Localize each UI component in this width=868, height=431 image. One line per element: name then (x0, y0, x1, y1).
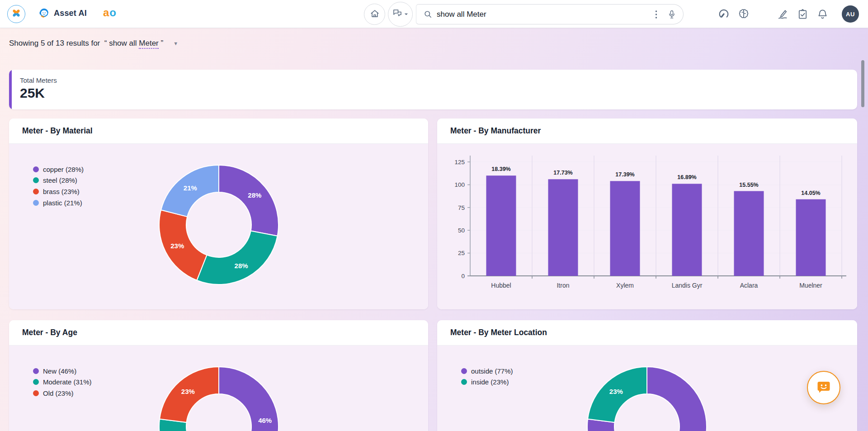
donut-chart: 77%23% (584, 363, 710, 431)
slice-label: 28% (235, 262, 248, 270)
x-category-label: Xylem (616, 282, 634, 289)
app-name: Asset AI (54, 9, 87, 18)
legend-label: brass (23%) (43, 188, 80, 195)
chart-body: copper (28%)steel (28%)brass (23%)plasti… (9, 144, 428, 309)
microphone-icon[interactable] (667, 7, 677, 22)
legend-label: Old (23%) (43, 389, 74, 397)
gauge-icon[interactable] (716, 6, 731, 22)
query-term-dropdown[interactable]: Meter (139, 39, 158, 49)
slice-label: 23% (181, 388, 195, 395)
donut-slice-steel[interactable] (197, 231, 277, 284)
legend-label: steel (28%) (43, 176, 77, 184)
legend-dot (461, 368, 467, 374)
chat-smiley-icon (816, 379, 832, 397)
bar-Hubbel[interactable] (486, 175, 516, 276)
vertical-scrollbar-thumb[interactable] (861, 60, 864, 107)
slice-label: 46% (258, 417, 272, 424)
search-input[interactable] (437, 10, 647, 19)
y-tick-label: 100 (454, 181, 465, 188)
chart-body: outside (77%)inside (23%)77%23% (437, 346, 857, 431)
x-category-label: Landis Gyr (672, 282, 703, 289)
comments-icon (392, 8, 403, 21)
legend-item-plastic[interactable]: plastic (21%) (33, 197, 84, 208)
home-button[interactable] (364, 4, 385, 25)
legend-item-steel[interactable]: steel (28%) (33, 175, 84, 186)
bar-value-label: 14.05% (801, 190, 820, 196)
x-category-label: Hubbel (491, 282, 511, 289)
home-icon (370, 9, 380, 20)
legend-item-inside[interactable]: inside (23%) (461, 377, 513, 388)
chart-legend: New (46%)Moderate (31%)Old (23%) (33, 365, 92, 399)
bar-Xylem[interactable] (610, 181, 640, 276)
bar-value-label: 17.73% (553, 170, 572, 176)
legend-item-copper[interactable]: copper (28%) (33, 164, 84, 175)
legend-item-brass[interactable]: brass (23%) (33, 186, 84, 197)
chart-legend: outside (77%)inside (23%) (461, 365, 513, 388)
slice-label: 23% (609, 388, 623, 395)
legend-label: plastic (21%) (43, 199, 82, 207)
topbar-actions: AU (716, 0, 859, 28)
clipboard-check-icon[interactable] (795, 6, 810, 22)
user-avatar[interactable]: AU (842, 5, 859, 23)
results-caret-icon[interactable]: ▼ (173, 41, 178, 46)
legend-label: inside (23%) (471, 378, 509, 386)
chart-card-material: Meter - By Material copper (28%)steel (2… (9, 118, 428, 309)
x-category-label: Muelner (799, 282, 822, 289)
chart-legend: copper (28%)steel (28%)brass (23%)plasti… (33, 164, 84, 208)
chart-title: Meter - By Material (22, 126, 93, 136)
legend-label: outside (77%) (471, 367, 513, 375)
bar-chart: 025507510012518.39%Hubbel17.73%Itron17.3… (437, 144, 857, 309)
legend-dot (33, 200, 39, 206)
legend-dot (33, 189, 39, 194)
legend-dot (33, 368, 39, 374)
bar-value-label: 18.39% (491, 166, 510, 172)
pinwheel-icon (11, 8, 21, 20)
search-bar (416, 4, 684, 24)
chart-title: Meter - By Age (22, 328, 77, 337)
chat-assistant-fab[interactable] (807, 371, 840, 404)
bar-Itron[interactable] (548, 179, 578, 276)
legend-label: Moderate (31%) (43, 378, 92, 386)
bar-Aclara[interactable] (734, 191, 764, 276)
chart-card-age: Meter - By Age New (46%)Moderate (31%)Ol… (9, 320, 428, 431)
chart-card-manufacturer: Meter - By Manufacturer 025507510012518.… (437, 118, 857, 309)
total-meters-value: 25K (20, 85, 846, 101)
legend-dot (461, 379, 467, 385)
legend-label: copper (28%) (43, 166, 84, 173)
chart-card-location: Meter - By Meter Location outside (77%)i… (437, 320, 857, 431)
brain-icon[interactable] (736, 6, 751, 22)
chart-title: Meter - By Manufacturer (450, 126, 541, 136)
legend-dot (33, 379, 39, 385)
bar-Landis Gyr[interactable] (672, 184, 702, 276)
y-tick-label: 50 (458, 227, 465, 234)
legend-item-New[interactable]: New (46%) (33, 365, 92, 377)
bar-Muelner[interactable] (796, 199, 826, 276)
legend-item-Old[interactable]: Old (23%) (33, 388, 92, 399)
x-category-label: Itron (557, 282, 569, 289)
kebab-menu-icon[interactable] (651, 7, 660, 22)
conversation-mode-button[interactable] (388, 2, 413, 27)
donut-slice-copper[interactable] (219, 165, 278, 236)
bell-icon[interactable] (815, 6, 830, 22)
y-tick-label: 75 (458, 204, 465, 211)
app-launcher-button[interactable] (7, 5, 25, 23)
ao-logo[interactable]: ao (103, 6, 117, 19)
signature-pen-icon[interactable] (775, 6, 790, 22)
donut-chart: 28%28%23%21% (156, 161, 282, 288)
search-icon (424, 10, 432, 19)
legend-label: New (46%) (43, 367, 76, 375)
y-tick-label: 125 (454, 159, 465, 166)
asset-ai-brand[interactable]: Asset AI (38, 6, 87, 20)
charts-grid: Meter - By Material copper (28%)steel (2… (9, 118, 857, 431)
card-accent-bar (9, 70, 12, 109)
legend-item-outside[interactable]: outside (77%) (461, 365, 513, 377)
y-tick-label: 25 (458, 250, 465, 256)
asset-ai-headset-icon (38, 6, 50, 20)
legend-dot (33, 177, 39, 183)
legend-item-Moderate[interactable]: Moderate (31%) (33, 377, 92, 388)
x-category-label: Aclara (740, 282, 758, 289)
slice-label: 28% (248, 191, 261, 199)
donut-chart: 46%31%23% (156, 363, 282, 431)
results-bar: Showing 5 of 13 results for “ show all M… (0, 28, 868, 53)
legend-dot (33, 166, 39, 172)
